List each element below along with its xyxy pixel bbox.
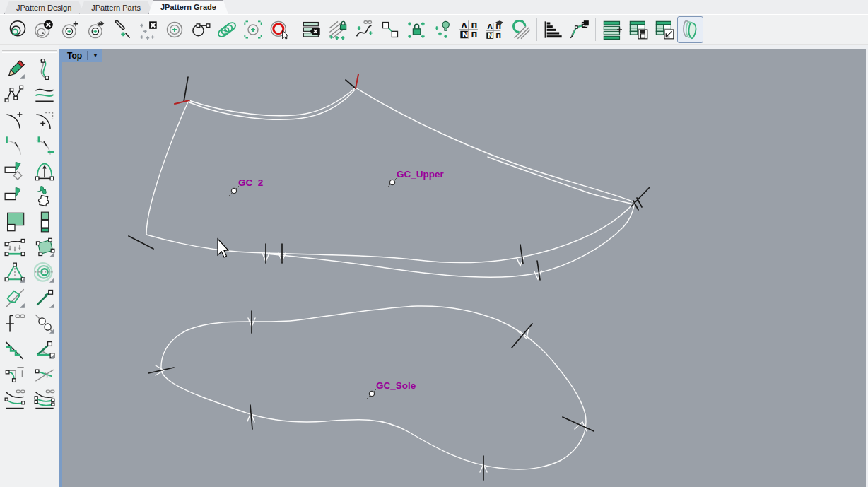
svg-text:Π: Π	[495, 31, 501, 39]
rect-wedge-eraser-icon[interactable]	[1, 158, 29, 184]
point-add-icon[interactable]	[57, 16, 83, 43]
stairs-icon[interactable]	[1, 336, 29, 362]
rect-wedge-icon[interactable]	[1, 184, 29, 209]
align-bars-icon[interactable]	[540, 16, 566, 43]
bell-curve-icon[interactable]	[30, 158, 59, 184]
circle-radius-icon[interactable]	[187, 16, 213, 43]
points-delete-icon[interactable]	[135, 16, 161, 43]
tool-palette	[0, 45, 59, 487]
toolbar-separator	[595, 18, 596, 41]
rows-add-icon[interactable]	[599, 16, 625, 43]
curve-control-icon[interactable]	[566, 16, 592, 43]
toolbar-separator	[295, 18, 295, 41]
letter-grid-icon[interactable]: Λ Π N Π	[455, 16, 481, 43]
measure-line-icon[interactable]	[109, 16, 135, 43]
rect-stack-icon[interactable]	[30, 209, 59, 235]
square-pair-icon[interactable]	[1, 209, 29, 235]
concentric-circles-icon[interactable]	[4, 16, 30, 43]
toolbar-separator	[536, 18, 537, 41]
angle-line-icon[interactable]	[30, 336, 59, 362]
tab-bar: JPattern Design JPattern Parts JPattern …	[0, 0, 868, 15]
viewport-title-divider	[87, 51, 88, 60]
green-hatch-icon[interactable]	[508, 16, 534, 43]
curves-link-3-icon[interactable]	[30, 387, 59, 413]
select-center-icon[interactable]	[240, 16, 266, 43]
curve-link-icon[interactable]	[351, 16, 377, 43]
curve-handles-icon[interactable]	[30, 57, 59, 82]
palette-gripper[interactable]	[2, 47, 57, 49]
bulb-points-icon[interactable]	[429, 16, 455, 43]
corner-curve-icon[interactable]	[1, 362, 29, 387]
circles-delete-icon[interactable]	[30, 16, 57, 43]
svg-text:N: N	[488, 31, 493, 39]
knife-shape-icon[interactable]	[1, 286, 29, 311]
polyline-icon[interactable]	[1, 82, 29, 107]
curve-pair-icon[interactable]	[30, 82, 59, 107]
gc-upper-label: GC_Upper	[397, 169, 445, 180]
palette-gripper[interactable]	[2, 50, 57, 53]
viewport-dropdown-icon[interactable]: ▼	[90, 52, 100, 59]
gc2-label: GC_2	[238, 177, 263, 188]
center-point-icon[interactable]	[161, 16, 187, 43]
point-grab-icon[interactable]	[83, 16, 109, 43]
curve-offset-icon[interactable]	[1, 235, 29, 260]
svg-text:Λ: Λ	[461, 20, 467, 29]
overlap-ellipses-icon[interactable]	[213, 16, 240, 43]
gc-sole-label: GC_Sole	[376, 380, 416, 391]
arc-ticks-icon[interactable]	[1, 133, 29, 158]
gc2-point[interactable]	[231, 188, 236, 193]
svg-text:N: N	[462, 30, 468, 39]
svg-text:Π: Π	[471, 30, 477, 39]
connect-nodes-icon[interactable]	[377, 16, 403, 43]
gc-upper-point[interactable]	[389, 180, 394, 184]
arc-extend-icon[interactable]	[30, 107, 59, 133]
hatch-lock-icon[interactable]	[324, 16, 351, 43]
viewport-title-label: Top	[67, 51, 82, 61]
drawing-canvas[interactable]: GC_2 GC_Upper GC_Sole	[62, 49, 866, 487]
viewport-top[interactable]: Top ▼	[59, 49, 866, 487]
tab-jpattern-parts[interactable]: JPattern Parts	[79, 1, 153, 14]
rows-delete-icon[interactable]	[298, 16, 324, 43]
triangle-height-icon[interactable]	[1, 260, 29, 286]
line-link-icon[interactable]	[1, 311, 29, 336]
line-arrow-icon[interactable]	[30, 286, 59, 311]
spiral-icon[interactable]	[30, 260, 59, 286]
circles-diagonal-icon[interactable]	[30, 311, 59, 336]
sole-grade-icon[interactable]	[677, 16, 703, 43]
curves-link-2-icon[interactable]	[1, 387, 29, 413]
quad-patch-icon[interactable]	[30, 235, 59, 260]
tab-jpattern-grade[interactable]: JPattern Grade	[148, 0, 228, 14]
tab-jpattern-design[interactable]: JPattern Design	[4, 1, 83, 14]
puzzle-icon[interactable]	[30, 184, 59, 209]
svg-text:Π: Π	[471, 20, 477, 29]
table-save-icon[interactable]	[625, 16, 651, 43]
letter-grid-grab-icon[interactable]: Λ Π N Π	[481, 16, 508, 43]
pencil-icon[interactable]	[1, 57, 29, 82]
lock-points-icon[interactable]	[403, 16, 429, 43]
gc-sole-point[interactable]	[369, 391, 374, 396]
angle-cross-icon[interactable]	[30, 362, 59, 387]
main-toolbar: Λ Π N Π Λ Π N Π	[0, 15, 868, 45]
arc-ticks-end-icon[interactable]	[30, 133, 59, 158]
viewport-title[interactable]: Top ▼	[62, 49, 102, 62]
arc-add-icon[interactable]	[1, 107, 29, 133]
red-circle-pick-icon[interactable]	[266, 16, 292, 43]
svg-text:Λ: Λ	[487, 22, 493, 30]
table-export-icon[interactable]	[651, 16, 677, 43]
